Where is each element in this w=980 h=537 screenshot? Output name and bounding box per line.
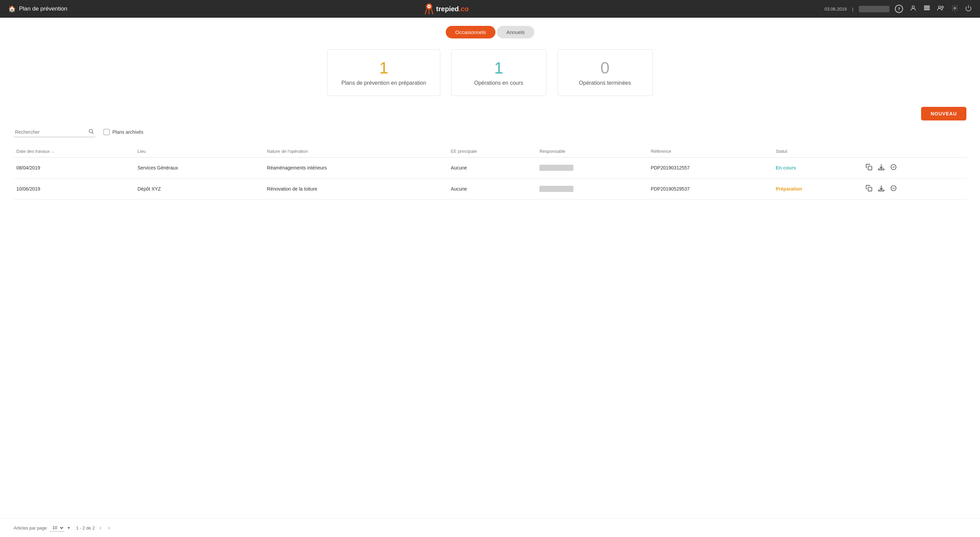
nouveau-row: NOUVEAU: [14, 107, 966, 121]
cell-statut-2: Préparation: [773, 178, 863, 199]
cell-lieu-2: Dépôt XYZ: [135, 178, 264, 199]
cell-ee-2: Aucune: [448, 178, 537, 199]
svg-rect-9: [924, 9, 930, 10]
col-ee: EE principale: [448, 145, 537, 157]
svg-rect-21: [878, 190, 884, 191]
col-responsable: Responsable: [537, 145, 648, 157]
sort-arrow-date: ↓: [52, 149, 54, 154]
home-icon: 🏠: [8, 5, 16, 13]
stat-label-terminees: Opérations terminées: [571, 80, 639, 86]
search-filter-row: Plans archivés: [14, 127, 966, 137]
user-icon[interactable]: [910, 5, 917, 13]
table-container: Date des travaux ↓ Lieu Nature de l'opér…: [14, 145, 966, 200]
svg-point-14: [89, 130, 92, 133]
copy-icon-1[interactable]: [865, 164, 872, 172]
plans-table: Date des travaux ↓ Lieu Nature de l'opér…: [14, 145, 966, 200]
col-statut: Statut: [773, 145, 863, 157]
status-badge-1: En cours: [776, 165, 796, 170]
cell-nature-1: Réaménagements intérieurs: [264, 157, 448, 178]
header-separator: |: [852, 6, 853, 11]
archive-filter[interactable]: Plans archivés: [103, 129, 143, 135]
svg-rect-20: [868, 187, 872, 191]
svg-point-2: [428, 6, 430, 7]
list-icon[interactable]: [923, 5, 930, 13]
action-icons-2: [865, 185, 964, 193]
tab-annuels[interactable]: Annuels: [497, 26, 534, 38]
svg-rect-17: [878, 169, 884, 170]
svg-point-12: [954, 7, 956, 9]
cell-actions-1: [863, 157, 966, 178]
svg-line-15: [92, 132, 94, 134]
table-row: 08/04/2019 Services Généraux Réaménageme…: [14, 157, 966, 178]
col-date[interactable]: Date des travaux ↓: [14, 145, 135, 157]
remove-icon-2[interactable]: [890, 185, 897, 193]
cell-reference-2: PDP20190529537: [648, 178, 773, 199]
stat-number-preparation: 1: [341, 59, 426, 77]
header: 🏠 Plan de prévention trepied.co 03.06.20…: [0, 0, 980, 18]
svg-rect-16: [868, 166, 872, 170]
svg-point-6: [912, 6, 915, 8]
tab-occasionnels[interactable]: Occasionnels: [446, 26, 495, 38]
stat-label-encours: Opérations en cours: [465, 80, 533, 86]
cell-nature-2: Rénovation de la toiture: [264, 178, 448, 199]
logo: trepied.co: [423, 3, 469, 14]
col-reference: Référence: [648, 145, 773, 157]
trepied-logo-icon: [423, 3, 435, 14]
cell-responsable-1: [537, 157, 648, 178]
col-actions: [863, 145, 966, 157]
table-row: 10/06/2019 Dépôt XYZ Rénovation de la to…: [14, 178, 966, 199]
cell-actions-2: [863, 178, 966, 199]
stat-cards: 1 Plans de prévention en préparation 1 O…: [14, 49, 966, 96]
col-lieu: Lieu: [135, 145, 264, 157]
stat-label-preparation: Plans de prévention en préparation: [341, 80, 426, 86]
search-input[interactable]: [14, 127, 95, 137]
download-icon-2[interactable]: [878, 185, 885, 193]
stat-card-terminees: 0 Opérations terminées: [557, 49, 653, 96]
col-nature: Nature de l'opération: [264, 145, 448, 157]
svg-rect-7: [924, 6, 930, 6]
cell-ee-1: Aucune: [448, 157, 537, 178]
power-icon[interactable]: [965, 5, 972, 13]
page-title: Plan de prévention: [19, 5, 67, 12]
blurred-name-2: [539, 186, 573, 192]
header-right: 03.06.2019 | •••••••• ?: [825, 5, 972, 13]
cell-date-1: 08/04/2019: [14, 157, 135, 178]
header-left: 🏠 Plan de prévention: [8, 5, 67, 13]
svg-line-3: [425, 9, 427, 14]
stat-card-encours: 1 Opérations en cours: [451, 49, 547, 96]
svg-point-10: [939, 6, 940, 8]
status-badge-2: Préparation: [776, 186, 802, 192]
cell-reference-1: PDP20190312557: [648, 157, 773, 178]
cell-statut-1: En cours: [773, 157, 863, 178]
cell-lieu-1: Services Généraux: [135, 157, 264, 178]
blurred-name-1: [539, 165, 573, 171]
header-icons: ?: [895, 5, 972, 13]
help-icon[interactable]: ?: [895, 5, 903, 13]
download-icon-1[interactable]: [878, 164, 885, 172]
settings-icon[interactable]: [951, 5, 958, 13]
archive-checkbox[interactable]: [103, 129, 110, 135]
group-icon[interactable]: [937, 5, 945, 13]
table-body: 08/04/2019 Services Généraux Réaménageme…: [14, 157, 966, 199]
archive-label: Plans archivés: [112, 129, 143, 135]
search-container: [14, 127, 95, 137]
table-header-row: Date des travaux ↓ Lieu Nature de l'opér…: [14, 145, 966, 157]
logo-text: trepied.co: [436, 5, 469, 13]
svg-rect-8: [924, 8, 930, 8]
svg-line-4: [431, 9, 433, 14]
tab-group: Occasionnels Annuels: [14, 26, 966, 38]
stat-number-terminees: 0: [571, 59, 639, 77]
copy-icon-2[interactable]: [865, 185, 872, 193]
table-header: Date des travaux ↓ Lieu Nature de l'opér…: [14, 145, 966, 157]
nouveau-button[interactable]: NOUVEAU: [921, 107, 966, 121]
remove-icon-1[interactable]: [890, 164, 897, 172]
action-icons-1: [865, 164, 964, 172]
stat-number-encours: 1: [465, 59, 533, 77]
header-user-field: ••••••••: [859, 6, 889, 12]
cell-date-2: 10/06/2019: [14, 178, 135, 199]
header-date: 03.06.2019: [825, 6, 847, 11]
search-icon[interactable]: [88, 129, 94, 136]
main-content: Occasionnels Annuels 1 Plans de préventi…: [0, 18, 980, 208]
cell-responsable-2: [537, 178, 648, 199]
stat-card-preparation: 1 Plans de prévention en préparation: [327, 49, 440, 96]
